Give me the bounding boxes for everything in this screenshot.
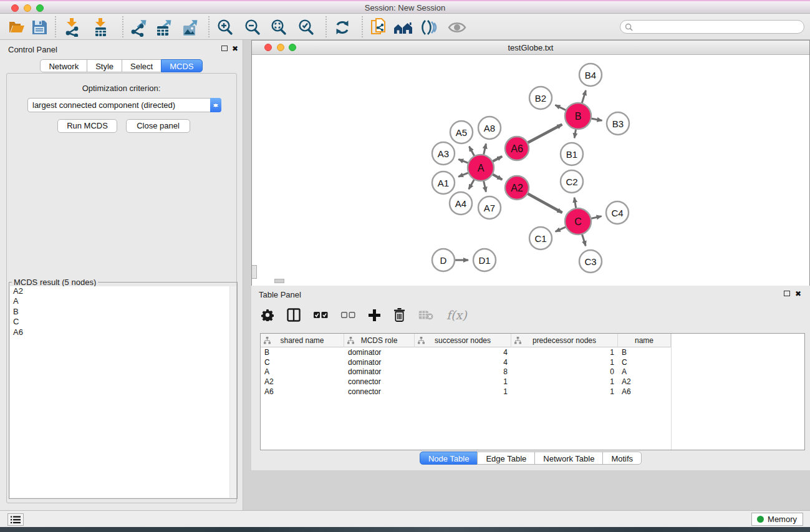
- criterion-dropdown[interactable]: largest connected component (directed): [27, 98, 221, 112]
- toolbar-separator: [122, 16, 123, 37]
- mcds-result-list[interactable]: A2ABCA6: [10, 286, 236, 498]
- mcds-result-item[interactable]: A6: [10, 327, 236, 337]
- select-all-columns-icon[interactable]: [314, 312, 328, 319]
- export-image-icon[interactable]: [181, 18, 200, 37]
- network-graph: AA1A2A3A4A5A6A7A8BB1B2B3B4CC1C2C3C4DD1: [252, 55, 809, 318]
- delete-column-icon[interactable]: [393, 308, 405, 322]
- list-icon: [11, 516, 21, 524]
- open-session-icon[interactable]: [7, 18, 26, 37]
- search-icon: [625, 23, 633, 31]
- table-row[interactable]: A6connector11A6: [261, 387, 671, 397]
- node-table[interactable]: shared nameMCDS rolesuccessor nodesprede…: [260, 333, 805, 450]
- column-header-shared-name[interactable]: shared name: [261, 334, 344, 347]
- main-toolbar: [0, 14, 810, 40]
- control-panel-tabs: NetworkStyleSelectMCDS: [40, 59, 202, 72]
- memory-status-icon: [757, 516, 764, 523]
- table-cell: A: [261, 367, 344, 376]
- table-cell: B: [261, 348, 344, 357]
- unselect-all-columns-icon[interactable]: [341, 312, 355, 319]
- tab-style[interactable]: Style: [87, 59, 122, 72]
- import-table-icon[interactable]: [91, 18, 110, 37]
- export-table-icon[interactable]: [155, 18, 173, 37]
- table-cell: 0: [511, 367, 618, 376]
- tab-node-table[interactable]: Node Table: [420, 452, 478, 465]
- graph-node-label-B: B: [575, 111, 582, 122]
- table-cell: A2: [618, 377, 671, 386]
- task-history-button[interactable]: [7, 513, 24, 526]
- table-cell: C: [261, 358, 344, 367]
- table-row[interactable]: Adominator80A: [261, 367, 671, 377]
- run-mcds-button[interactable]: Run MCDS: [57, 119, 117, 133]
- save-session-icon[interactable]: [30, 18, 49, 37]
- table-cell: dominator: [344, 348, 415, 357]
- float-panel-icon[interactable]: [221, 46, 228, 51]
- toolbar-separator: [325, 16, 327, 37]
- import-network-icon[interactable]: [62, 18, 81, 37]
- table-cell: A2: [261, 377, 344, 386]
- network-window-titlebar[interactable]: testGlobe.txt: [252, 41, 809, 55]
- column-header-name[interactable]: name: [618, 334, 671, 347]
- control-panel: Control Panel ✖ NetworkStyleSelectMCDS O…: [0, 40, 243, 510]
- zoom-fit-icon[interactable]: [269, 18, 288, 37]
- column-header-successor-nodes[interactable]: successor nodes: [415, 334, 511, 347]
- close-panel-icon[interactable]: ✖: [232, 46, 238, 52]
- mcds-result-item[interactable]: A2: [10, 286, 236, 296]
- mcds-result-item[interactable]: A: [10, 296, 236, 306]
- tab-edge-table[interactable]: Edge Table: [477, 452, 535, 465]
- tab-motifs[interactable]: Motifs: [602, 452, 642, 465]
- tab-network-table[interactable]: Network Table: [534, 452, 603, 465]
- mcds-result-item[interactable]: C: [10, 317, 236, 327]
- table-close-panel-icon[interactable]: ✖: [795, 291, 801, 297]
- memory-button[interactable]: Memory: [751, 513, 803, 526]
- tab-select[interactable]: Select: [122, 59, 162, 72]
- table-row[interactable]: A2connector11A2: [261, 377, 671, 387]
- clone-network-icon[interactable]: [369, 18, 388, 37]
- node-table-header: shared nameMCDS rolesuccessor nodesprede…: [261, 334, 671, 347]
- table-cell: 1: [511, 387, 618, 396]
- table-float-panel-icon[interactable]: [784, 291, 790, 296]
- mcds-result-item[interactable]: B: [10, 307, 236, 317]
- table-cell: A: [618, 367, 671, 376]
- memory-label: Memory: [768, 515, 797, 524]
- mcds-result-group: MCDS result (5 nodes) A2ABCA6: [9, 282, 238, 499]
- mcds-result-scrollbar[interactable]: [229, 286, 236, 498]
- graph-node-label-B2: B2: [535, 93, 546, 104]
- graph-node-label-C2: C2: [566, 177, 577, 187]
- network-canvas[interactable]: AA1A2A3A4A5A6A7A8BB1B2B3B4CC1C2C3C4DD1: [252, 55, 809, 318]
- horizontal-splitter-handle[interactable]: [274, 279, 284, 283]
- column-header-mcds-role[interactable]: MCDS role: [344, 334, 415, 347]
- tab-mcds[interactable]: MCDS: [161, 59, 202, 72]
- column-header-predecessor-nodes[interactable]: predecessor nodes: [511, 334, 618, 347]
- show-column-selector-icon[interactable]: [287, 308, 301, 322]
- birds-eye-view-icon[interactable]: [448, 18, 466, 37]
- zoom-selected-icon[interactable]: [297, 18, 316, 37]
- search-input[interactable]: [633, 22, 804, 31]
- graph-node-label-A8: A8: [484, 123, 495, 133]
- table-settings-gear-icon[interactable]: [261, 309, 274, 321]
- table-row[interactable]: Bdominator41B: [261, 347, 671, 357]
- toolbar-search[interactable]: [620, 20, 804, 34]
- graph-node-label-A: A: [478, 163, 485, 173]
- show-graphics-details-icon[interactable]: [420, 18, 439, 37]
- table-cell: 1: [511, 377, 618, 386]
- export-network-icon[interactable]: [130, 18, 148, 37]
- control-panel-title: Control Panel: [8, 45, 57, 54]
- function-builder-icon-disabled: f(x): [446, 308, 467, 322]
- table-row[interactable]: Cdominator41C: [261, 357, 671, 367]
- table-panel-title: Table Panel: [259, 290, 301, 299]
- close-panel-button[interactable]: Close panel: [126, 119, 190, 133]
- table-cell: C: [618, 358, 671, 367]
- table-panel: Table Panel ✖ f(x) shared nameMCDS roles…: [251, 286, 810, 470]
- birds-eye-splitter-handle[interactable]: [252, 265, 257, 279]
- refresh-layout-icon[interactable]: [333, 18, 352, 37]
- create-column-icon[interactable]: [369, 309, 380, 321]
- home-icon[interactable]: [393, 18, 415, 37]
- tab-network[interactable]: Network: [40, 59, 87, 72]
- graph-node-label-C1: C1: [534, 233, 546, 244]
- toolbar-separator: [55, 16, 56, 37]
- graph-node-label-A4: A4: [455, 198, 466, 209]
- table-cell: 1: [415, 387, 511, 396]
- zoom-in-icon[interactable]: [216, 18, 234, 37]
- table-cell: connector: [344, 377, 415, 386]
- zoom-out-icon[interactable]: [243, 18, 262, 37]
